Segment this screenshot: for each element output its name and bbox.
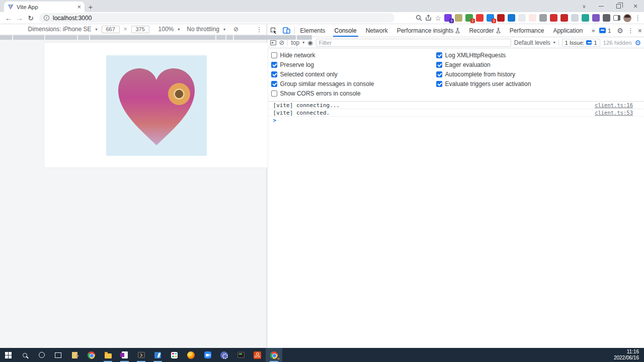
bookmark-star-icon[interactable]: ☆ (435, 15, 441, 22)
taskbar-file-explorer-icon[interactable] (100, 348, 116, 362)
browser-menu-kebab-icon[interactable]: ⋮ (634, 15, 641, 21)
ext-blue-drop-icon[interactable]: 3 (487, 14, 494, 22)
taskbar-chrome-icon[interactable] (83, 348, 100, 362)
tab-close-icon[interactable]: × (77, 4, 81, 10)
ext-darkred-grid-icon[interactable] (497, 14, 505, 22)
taskbar-search-icon[interactable] (17, 348, 33, 362)
device-dimensions-label[interactable]: Dimensions: iPhone SE (28, 26, 91, 33)
tab-console[interactable]: Console (330, 24, 361, 37)
checkbox[interactable] (271, 62, 277, 68)
tab-application[interactable]: Application (548, 24, 587, 37)
issues-count[interactable]: 1 (608, 28, 611, 34)
checkbox[interactable] (436, 71, 442, 77)
ext-pocket-icon[interactable] (529, 14, 536, 22)
console-filter-input[interactable] (316, 39, 511, 47)
rotate-icon[interactable]: ⊘ (233, 26, 238, 32)
taskbar-terminal-icon[interactable] (133, 348, 149, 362)
reload-icon[interactable]: ↻ (25, 15, 36, 22)
taskbar-document-viewer-icon[interactable] (66, 348, 83, 362)
tab-network[interactable]: Network (361, 24, 392, 37)
ext-red-photo-icon[interactable] (560, 14, 568, 22)
taskbar-ubuntu-icon[interactable]: 20.04 (249, 348, 266, 362)
device-height-input[interactable] (131, 26, 149, 33)
page-viewport[interactable] (44, 42, 268, 168)
console-settings-gear-icon[interactable]: ⚙ (634, 39, 641, 46)
console-prompt[interactable]: > (267, 117, 644, 124)
taskbar-clock[interactable]: 11:16 2022/06/16 (614, 348, 644, 362)
ext-blue-download-icon[interactable] (508, 14, 515, 22)
console-message[interactable]: [vite] connecting... client.ts:16 (267, 102, 644, 109)
side-panel-icon[interactable] (613, 15, 620, 21)
console-message[interactable]: [vite] connected. client.ts:53 (267, 109, 644, 117)
setting-evaluate-user-activation[interactable]: Evaluate triggers user activation (436, 79, 531, 88)
tab-recorder[interactable]: Recorder (464, 24, 505, 37)
ext-red-lock-icon[interactable] (476, 14, 484, 22)
taskbar-zoom-icon[interactable] (199, 348, 216, 362)
taskbar-settings-icon[interactable] (216, 348, 232, 362)
devtools-close-icon[interactable]: × (638, 27, 642, 35)
devtools-kebab-icon[interactable]: ⋮ (627, 27, 634, 34)
checkbox[interactable] (271, 71, 277, 77)
taskbar-start-icon[interactable] (0, 348, 17, 362)
setting-autocomplete-history[interactable]: Autocomplete from history (436, 69, 531, 79)
taskbar-word-icon[interactable] (116, 348, 133, 362)
search-icon[interactable] (416, 15, 422, 21)
checkbox[interactable] (271, 90, 277, 97)
minimize-button[interactable] (593, 0, 610, 12)
device-zoom-select[interactable]: 100% (158, 26, 174, 33)
window-close-button[interactable]: × (627, 0, 644, 12)
message-source-link[interactable]: client.ts:16 (595, 102, 633, 108)
checkbox[interactable] (436, 52, 442, 58)
device-toolbar-kebab-icon[interactable]: ⋮ (256, 26, 263, 33)
ext-purple-shapes-icon[interactable]: 5 (444, 14, 452, 22)
taskbar-vscode-icon[interactable] (149, 348, 166, 362)
throttling-select[interactable]: No throttling (187, 26, 219, 33)
ext-violet-flower-icon[interactable] (592, 14, 600, 22)
forward-icon[interactable]: → (14, 15, 25, 22)
setting-log-xhr[interactable]: Log XMLHttpRequests (436, 50, 531, 60)
tab-performance[interactable]: Performance (505, 24, 549, 37)
taskbar-console-icon[interactable] (232, 348, 249, 362)
checkbox[interactable] (436, 62, 442, 68)
issues-bubble-icon[interactable] (599, 28, 606, 33)
tab-search-icon[interactable]: ∨ (576, 0, 593, 12)
checkbox[interactable] (271, 52, 277, 58)
checkbox[interactable] (271, 81, 277, 87)
site-info-icon[interactable]: i (44, 15, 49, 21)
setting-selected-context-only[interactable]: Selected context only (271, 69, 436, 79)
ext-green-translate-icon[interactable]: 2 (465, 14, 473, 22)
context-selector[interactable]: top (291, 39, 299, 46)
tab-elements[interactable]: Elements (296, 24, 330, 37)
setting-preserve-log[interactable]: Preserve log (271, 60, 436, 69)
console-sidebar-icon[interactable] (270, 40, 276, 45)
devtools-settings-gear-icon[interactable]: ⚙ (617, 27, 623, 34)
restore-button[interactable] (610, 0, 627, 12)
ext-puzzle-icon[interactable] (603, 14, 610, 22)
taskbar-task-view-icon[interactable] (50, 348, 66, 362)
checkbox[interactable] (436, 81, 442, 87)
taskbar-chrome-active-icon[interactable] (266, 348, 282, 362)
more-tabs-icon[interactable]: » (587, 24, 599, 37)
ext-cloud-icon[interactable] (518, 14, 526, 22)
address-bar[interactable]: i localhost:3000 (39, 13, 394, 23)
setting-eager-evaluation[interactable]: Eager evaluation (436, 60, 531, 69)
profile-avatar[interactable] (623, 14, 631, 22)
taskbar-cortana-icon[interactable] (33, 348, 50, 362)
issues-button[interactable]: 1 Issue: 1 (562, 39, 600, 47)
browser-tab[interactable]: Vite App × (4, 2, 85, 12)
live-expression-eye-icon[interactable]: ◉ (307, 40, 312, 46)
tab-performance-insights[interactable]: Performance insights (392, 24, 465, 37)
share-icon[interactable] (425, 15, 432, 21)
taskbar-app-grid-icon[interactable] (166, 348, 183, 362)
setting-hide-network[interactable]: Hide network (271, 50, 436, 60)
log-levels-select[interactable]: Default levels (514, 39, 550, 46)
new-tab-button[interactable]: + (85, 2, 97, 12)
clear-console-icon[interactable]: ⊘ (279, 39, 285, 46)
ext-gray-arrow-icon[interactable] (539, 14, 547, 22)
taskbar-firefox-icon[interactable] (183, 348, 199, 362)
back-icon[interactable]: ← (3, 15, 14, 22)
ext-teal-pen-icon[interactable] (582, 14, 589, 22)
device-width-input[interactable] (102, 26, 120, 33)
message-source-link[interactable]: client.ts:53 (595, 110, 633, 116)
ext-red-h-icon[interactable] (550, 14, 557, 22)
